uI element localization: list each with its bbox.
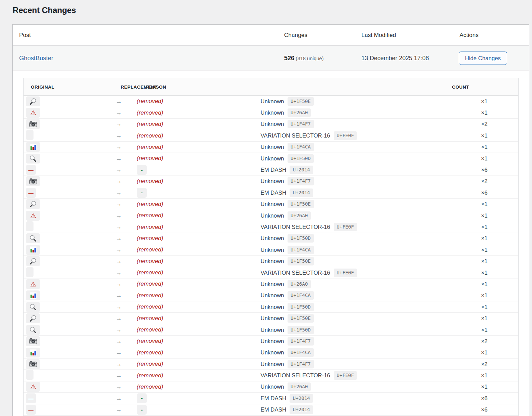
reason-cell: UnknownU+26A0	[255, 280, 476, 288]
hyphen-badge: -	[137, 188, 147, 198]
original-cell	[24, 290, 112, 300]
replacement-cell: (removed)	[134, 269, 255, 276]
arrow-right-icon: →	[112, 200, 134, 208]
replacement-cell: (removed)	[134, 201, 255, 208]
original-cell	[24, 199, 112, 209]
last-modified-value: 13 December 2025 17:08	[361, 54, 429, 62]
count-cell: ×1	[476, 109, 518, 116]
replacement-cell: (removed)	[134, 235, 255, 242]
unicode-codepoint-badge: U+1F50E	[288, 257, 314, 265]
change-row: →(removed)UnknownU+1F50D×1	[24, 324, 518, 336]
invisible-char-badge	[26, 267, 34, 277]
original-cell	[24, 279, 112, 289]
change-row: →(removed)UnknownU+1F4CA×1	[24, 290, 518, 301]
magnifier-left-icon	[26, 154, 40, 164]
reason-text: EM DASH	[261, 190, 286, 196]
replacement-cell: (removed)	[134, 338, 255, 344]
replacement-cell: (removed)	[134, 292, 255, 299]
original-cell	[24, 233, 112, 243]
unicode-codepoint-badge: U+1F50D	[288, 303, 314, 311]
reason-text: VARIATION SELECTOR-16	[261, 132, 330, 139]
reason-text: Unknown	[261, 292, 284, 299]
arrow-right-icon: →	[112, 235, 134, 242]
magnifier-left-icon	[26, 233, 40, 243]
change-row: →(removed)UnknownU+1F4F7×2	[24, 336, 518, 347]
changes-count-cell: 526(318 unique)	[284, 54, 323, 62]
count-cell: ×1	[476, 98, 518, 105]
replacement-cell: (removed)	[134, 132, 255, 139]
removed-label: (removed)	[137, 235, 163, 242]
count-cell: ×1	[476, 349, 518, 356]
reason-text: Unknown	[261, 281, 284, 287]
unicode-codepoint-badge: U+FE0F	[334, 223, 357, 231]
arrow-right-icon: →	[112, 326, 134, 334]
reason-cell: UnknownU+1F50D	[255, 326, 476, 334]
column-header-actions: Actions	[460, 32, 479, 39]
count-cell: ×2	[476, 338, 518, 344]
removed-label: (removed)	[137, 361, 163, 367]
unicode-codepoint-badge: U+26A0	[288, 382, 311, 391]
reason-text: Unknown	[261, 109, 284, 116]
reason-cell: EM DASHU+2014	[255, 394, 476, 403]
replacement-cell: (removed)	[134, 121, 255, 128]
replacement-cell: (removed)	[134, 155, 255, 162]
arrow-right-icon: →	[112, 189, 134, 196]
posts-table-header: Post Changes Last Modified Actions	[13, 25, 529, 46]
em-dash-badge: —	[26, 393, 36, 403]
change-row: →(removed)UnknownU+1F4CA×1	[24, 244, 518, 256]
reason-text: Unknown	[261, 121, 284, 127]
change-row: →(removed)UnknownU+1F50D×1	[24, 301, 518, 313]
reason-cell: UnknownU+26A0	[255, 108, 476, 117]
change-row: →(removed)UnknownU+1F50D×1	[24, 233, 518, 244]
removed-label: (removed)	[137, 349, 163, 356]
change-row: —→-EM DASHU+2014×6	[24, 393, 518, 404]
reason-text: Unknown	[261, 155, 284, 162]
removed-label: (removed)	[137, 109, 163, 116]
unicode-codepoint-badge: U+FE0F	[334, 269, 357, 277]
original-cell	[24, 245, 112, 255]
removed-label: (removed)	[137, 155, 163, 161]
column-header-post: Post	[19, 32, 31, 39]
count-cell: ×1	[476, 292, 518, 299]
unicode-codepoint-badge: U+1F4CA	[288, 348, 314, 357]
change-row: →(removed)UnknownU+1F4CA×1	[24, 142, 518, 153]
original-cell: —	[24, 188, 112, 198]
arrow-right-icon: →	[112, 349, 134, 356]
unicode-codepoint-badge: U+26A0	[288, 280, 311, 288]
reason-cell: UnknownU+1F4F7	[255, 120, 476, 128]
reason-text: Unknown	[261, 98, 284, 105]
replacement-cell: (removed)	[134, 258, 255, 265]
arrow-right-icon: →	[112, 120, 134, 128]
original-cell	[24, 382, 112, 392]
count-cell: ×2	[476, 361, 518, 367]
unicode-codepoint-badge: U+1F4F7	[288, 360, 314, 368]
original-cell: —	[24, 165, 112, 175]
reason-text: Unknown	[261, 258, 284, 264]
replacement-cell: (removed)	[134, 144, 255, 151]
hide-changes-button[interactable]: Hide Changes	[459, 51, 507, 65]
original-cell	[24, 221, 112, 233]
arrow-right-icon: →	[112, 292, 134, 299]
unicode-codepoint-badge: U+1F50E	[288, 200, 314, 208]
count-cell: ×1	[476, 247, 518, 253]
post-title-link[interactable]: GhostBuster	[19, 54, 53, 62]
original-cell	[24, 96, 112, 106]
count-cell: ×1	[476, 201, 518, 207]
original-cell	[24, 313, 112, 323]
reason-cell: UnknownU+1F50D	[255, 234, 476, 243]
replacement-cell: (removed)	[134, 361, 255, 367]
arrow-right-icon: →	[112, 315, 134, 322]
removed-label: (removed)	[137, 372, 163, 379]
arrow-right-icon: →	[112, 143, 134, 151]
reason-cell: UnknownU+1F4CA	[255, 348, 476, 357]
change-row: —→-EM DASHU+2014×6	[24, 187, 518, 198]
reason-text: Unknown	[261, 361, 284, 367]
unicode-codepoint-badge: U+1F4F7	[288, 337, 314, 346]
change-row: →(removed)UnknownU+1F50E×1	[24, 96, 518, 107]
original-cell	[24, 119, 112, 129]
changes-rows: →(removed)UnknownU+1F50E×1→(removed)Unkn…	[24, 96, 518, 416]
unicode-codepoint-badge: U+2014	[290, 405, 313, 414]
count-cell: ×6	[476, 395, 518, 402]
reason-text: Unknown	[261, 338, 284, 344]
removed-label: (removed)	[137, 178, 163, 184]
